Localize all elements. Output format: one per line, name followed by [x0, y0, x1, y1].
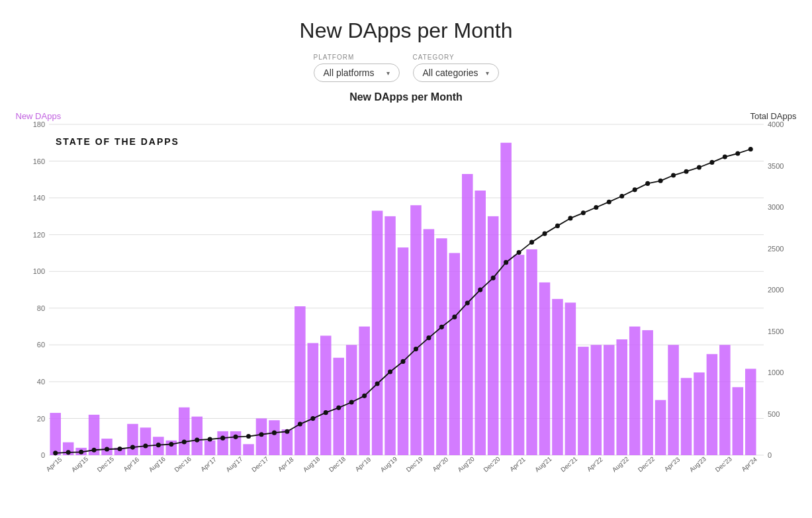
svg-rect-36 — [140, 427, 151, 455]
svg-text:20: 20 — [36, 414, 44, 422]
svg-point-166 — [53, 451, 58, 455]
svg-point-170 — [105, 447, 109, 451]
svg-text:100: 100 — [32, 267, 44, 275]
svg-rect-80 — [706, 354, 717, 455]
svg-point-212 — [645, 181, 650, 186]
svg-rect-83 — [745, 368, 756, 455]
svg-text:Apr'18: Apr'18 — [276, 455, 294, 472]
platform-value: All platforms — [324, 67, 375, 78]
svg-rect-56 — [397, 247, 408, 455]
svg-rect-54 — [371, 211, 383, 455]
svg-point-178 — [207, 437, 212, 441]
svg-point-176 — [181, 439, 186, 444]
svg-point-182 — [259, 432, 263, 437]
svg-point-204 — [542, 232, 547, 236]
svg-rect-44 — [243, 444, 254, 455]
axis-label-right: Total DApps — [750, 111, 796, 121]
svg-rect-62 — [474, 191, 486, 455]
filters: PLATFORM All platforms ▾ CATEGORY All ca… — [314, 54, 499, 82]
svg-point-199 — [478, 288, 482, 292]
svg-point-194 — [413, 347, 418, 351]
svg-text:Apr'15: Apr'15 — [44, 455, 63, 472]
svg-text:Dec'15: Dec'15 — [95, 455, 114, 474]
svg-text:Dec'17: Dec'17 — [250, 455, 269, 474]
svg-rect-65 — [513, 255, 524, 455]
svg-point-217 — [709, 160, 714, 165]
category-filter-group: CATEGORY All categories ▾ — [413, 54, 499, 82]
svg-rect-73 — [616, 339, 627, 455]
svg-rect-58 — [423, 229, 434, 455]
category-select[interactable]: All categories ▾ — [413, 64, 499, 82]
svg-rect-68 — [552, 299, 563, 455]
svg-rect-72 — [604, 345, 615, 455]
svg-point-183 — [271, 431, 276, 435]
chart-svg: 0204060801001201401601800500100015002000… — [49, 124, 764, 455]
svg-point-208 — [594, 205, 598, 210]
category-value: All categories — [423, 67, 478, 78]
svg-text:Aug'19: Aug'19 — [379, 455, 398, 474]
platform-select[interactable]: All platforms ▾ — [314, 64, 400, 82]
svg-rect-76 — [654, 400, 666, 455]
svg-text:Apr'16: Apr'16 — [122, 455, 140, 472]
svg-point-192 — [388, 369, 392, 374]
svg-point-211 — [632, 187, 637, 192]
svg-point-220 — [748, 147, 752, 151]
svg-text:Dec'22: Dec'22 — [636, 455, 655, 474]
svg-text:Aug'15: Aug'15 — [69, 455, 89, 474]
svg-rect-70 — [578, 347, 589, 455]
svg-text:Apr'22: Apr'22 — [585, 455, 604, 472]
svg-text:Dec'23: Dec'23 — [713, 455, 733, 474]
svg-rect-39 — [179, 408, 190, 455]
svg-text:60: 60 — [36, 341, 44, 349]
svg-point-206 — [568, 216, 572, 220]
svg-rect-41 — [204, 441, 215, 455]
svg-point-188 — [336, 406, 341, 410]
svg-text:Dec'20: Dec'20 — [482, 455, 501, 474]
svg-point-185 — [297, 421, 302, 426]
svg-point-210 — [619, 194, 624, 198]
svg-text:Dec'19: Dec'19 — [404, 455, 424, 474]
svg-text:1500: 1500 — [768, 327, 784, 335]
svg-rect-42 — [217, 431, 228, 455]
svg-point-219 — [735, 151, 740, 155]
svg-point-215 — [684, 169, 688, 174]
svg-rect-46 — [269, 420, 280, 455]
platform-label: PLATFORM — [314, 54, 400, 61]
svg-point-195 — [426, 335, 431, 340]
svg-point-209 — [606, 200, 611, 204]
svg-rect-50 — [320, 335, 332, 455]
svg-text:160: 160 — [32, 157, 44, 165]
svg-rect-53 — [359, 327, 370, 455]
svg-point-213 — [658, 179, 662, 183]
svg-text:140: 140 — [32, 194, 44, 202]
svg-text:Aug'23: Aug'23 — [688, 455, 707, 474]
svg-text:4000: 4000 — [768, 120, 784, 128]
svg-point-207 — [580, 210, 585, 215]
svg-text:Apr'17: Apr'17 — [199, 455, 218, 472]
svg-text:STATE OF THE DAPPS: STATE OF THE DAPPS — [56, 136, 179, 146]
svg-point-190 — [362, 394, 367, 398]
svg-rect-67 — [539, 282, 550, 455]
svg-point-186 — [310, 416, 315, 421]
svg-point-198 — [465, 300, 469, 305]
svg-point-189 — [349, 400, 353, 404]
svg-rect-35 — [127, 424, 138, 455]
svg-rect-74 — [629, 327, 640, 455]
svg-point-167 — [66, 450, 70, 454]
chart-area: 0204060801001201401601800500100015002000… — [49, 124, 764, 455]
svg-text:180: 180 — [32, 120, 44, 128]
svg-text:0: 0 — [768, 451, 772, 459]
svg-rect-79 — [694, 372, 705, 455]
svg-point-202 — [516, 250, 521, 255]
svg-rect-77 — [668, 345, 679, 455]
svg-point-218 — [722, 155, 727, 159]
svg-text:Apr'21: Apr'21 — [508, 455, 526, 472]
svg-rect-57 — [410, 205, 422, 455]
svg-text:Aug'20: Aug'20 — [456, 455, 475, 474]
page: New DApps per Month PLATFORM All platfor… — [0, 0, 812, 518]
svg-point-205 — [555, 224, 559, 228]
axis-label-left: New DApps — [16, 111, 62, 121]
svg-point-203 — [529, 240, 534, 245]
svg-text:80: 80 — [36, 304, 44, 312]
svg-text:Dec'21: Dec'21 — [559, 455, 578, 474]
